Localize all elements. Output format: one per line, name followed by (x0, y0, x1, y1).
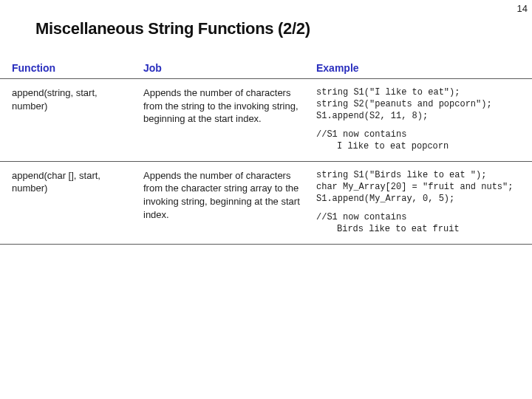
code-result: Birds like to eat fruit (316, 223, 532, 235)
header-job: Job (140, 62, 310, 74)
code-line: char My_Array[20] = "fruit and nuts"; (316, 181, 532, 193)
cell-example: string S1("I like to eat"); string S2("p… (310, 86, 532, 152)
table-row: append(string, start, number) Appends th… (0, 79, 532, 162)
page-number: 14 (517, 3, 528, 14)
header-function: Function (0, 62, 140, 74)
header-example: Example (310, 62, 532, 74)
table-header-row: Function Job Example (0, 59, 532, 79)
code-line: string S1("I like to eat"); (316, 86, 532, 98)
functions-table: Function Job Example append(string, star… (0, 59, 532, 245)
code-line: S1.append(My_Array, 0, 5); (316, 193, 532, 205)
cell-job: Appends the number of characters from th… (140, 86, 310, 152)
code-line: S1.append(S2, 11, 8); (316, 110, 532, 122)
cell-job: Appends the number of characters from th… (140, 169, 310, 235)
table-row: append(char [], start, number) Appends t… (0, 162, 532, 245)
code-comment: //S1 now contains (316, 211, 532, 223)
code-result: I like to eat popcorn (316, 140, 532, 152)
cell-example: string S1("Birds like to eat "); char My… (310, 169, 532, 235)
cell-function: append(char [], start, number) (0, 169, 140, 235)
page-title: Miscellaneous String Functions (2/2) (35, 19, 310, 38)
cell-function: append(string, start, number) (0, 86, 140, 152)
code-line: string S2("peanuts and popcorn"); (316, 98, 532, 110)
code-line: string S1("Birds like to eat "); (316, 169, 532, 181)
code-comment: //S1 now contains (316, 129, 532, 140)
